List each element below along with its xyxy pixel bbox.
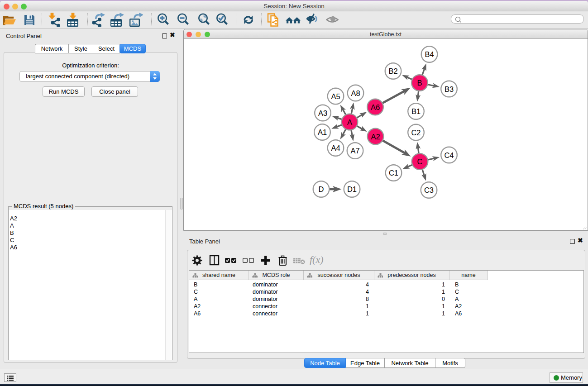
svg-text:B4: B4 bbox=[425, 50, 434, 58]
svg-text:A2: A2 bbox=[371, 133, 380, 141]
svg-text:D1: D1 bbox=[347, 185, 357, 193]
svg-text:A1: A1 bbox=[318, 128, 327, 136]
svg-text:C4: C4 bbox=[444, 151, 454, 159]
svg-text:B3: B3 bbox=[445, 85, 454, 93]
svg-text:A3: A3 bbox=[318, 109, 327, 117]
svg-text:A5: A5 bbox=[331, 92, 340, 100]
svg-text:A7: A7 bbox=[350, 147, 359, 155]
svg-text:A: A bbox=[347, 118, 352, 126]
svg-text:C3: C3 bbox=[424, 186, 434, 194]
svg-text:A6: A6 bbox=[371, 103, 380, 111]
svg-text:C: C bbox=[417, 157, 423, 166]
svg-text:A8: A8 bbox=[351, 89, 360, 97]
svg-text:B1: B1 bbox=[411, 107, 421, 115]
svg-text:C2: C2 bbox=[411, 129, 421, 137]
svg-text:B: B bbox=[417, 79, 422, 87]
svg-text:D: D bbox=[319, 185, 324, 193]
svg-text:A4: A4 bbox=[331, 144, 340, 152]
svg-text:C1: C1 bbox=[389, 169, 398, 177]
svg-text:B2: B2 bbox=[388, 67, 397, 75]
